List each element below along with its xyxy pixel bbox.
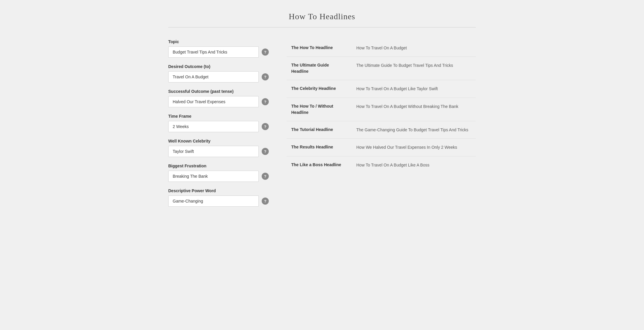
help-icon-celebrity[interactable]: ?: [262, 148, 269, 155]
right-panel: The How To HeadlineHow To Travel On A Bu…: [287, 39, 476, 174]
input-successful-outcome[interactable]: [168, 96, 259, 107]
field-label-celebrity: Well Known Celebrity: [168, 139, 269, 143]
field-group-topic: Topic?: [168, 39, 269, 58]
headline-value: How To Travel On A Budget: [352, 39, 476, 57]
results-table: The How To HeadlineHow To Travel On A Bu…: [287, 39, 476, 174]
main-layout: Topic?Desired Outcome (to)?Successful Ou…: [168, 39, 476, 213]
headline-type: The Tutorial Headline: [287, 121, 352, 138]
table-row: The Celebrity HeadlineHow To Travel On A…: [287, 80, 476, 98]
table-row: The How To / Without HeadlineHow To Trav…: [287, 98, 476, 121]
field-row-frustration: ?: [168, 171, 269, 182]
field-label-desired-outcome: Desired Outcome (to): [168, 64, 269, 69]
table-row: The Like a Boss HeadlineHow To Travel On…: [287, 156, 476, 174]
headline-value: The Game-Changing Guide To Budget Travel…: [352, 121, 476, 138]
table-row: The Tutorial HeadlineThe Game-Changing G…: [287, 121, 476, 138]
headline-type: The Celebrity Headline: [287, 80, 352, 98]
headline-type: The Like a Boss Headline: [287, 156, 352, 174]
field-label-frustration: Biggest Frustration: [168, 164, 269, 168]
input-frustration[interactable]: [168, 171, 259, 182]
headline-type: The Results Headline: [287, 139, 352, 156]
field-group-successful-outcome: Successful Outcome (past tense)?: [168, 89, 269, 107]
headline-type: The Ultimate Guide Headline: [287, 57, 352, 80]
left-panel: Topic?Desired Outcome (to)?Successful Ou…: [168, 39, 269, 213]
field-row-time-frame: ?: [168, 121, 269, 132]
field-label-topic: Topic: [168, 39, 269, 44]
field-row-successful-outcome: ?: [168, 96, 269, 107]
field-label-successful-outcome: Successful Outcome (past tense): [168, 89, 269, 94]
input-topic[interactable]: [168, 46, 259, 58]
input-power-word[interactable]: [168, 195, 259, 207]
headline-type: The How To / Without Headline: [287, 98, 352, 121]
headline-value: How To Travel On A Budget Without Breaki…: [352, 98, 476, 121]
table-row: The Ultimate Guide HeadlineThe Ultimate …: [287, 57, 476, 80]
divider: [168, 27, 476, 28]
help-icon-desired-outcome[interactable]: ?: [262, 73, 269, 80]
headline-value: How To Travel On A Budget Like Taylor Sw…: [352, 80, 476, 98]
field-row-celebrity: ?: [168, 146, 269, 157]
field-label-time-frame: Time Frame: [168, 114, 269, 119]
input-time-frame[interactable]: [168, 121, 259, 132]
field-group-desired-outcome: Desired Outcome (to)?: [168, 64, 269, 82]
headline-value: How We Halved Our Travel Expenses In Onl…: [352, 139, 476, 156]
field-group-power-word: Descriptive Power Word?: [168, 188, 269, 207]
field-row-desired-outcome: ?: [168, 71, 269, 82]
help-icon-successful-outcome[interactable]: ?: [262, 98, 269, 105]
help-icon-frustration[interactable]: ?: [262, 173, 269, 180]
field-label-power-word: Descriptive Power Word: [168, 188, 269, 193]
help-icon-topic[interactable]: ?: [262, 48, 269, 56]
headline-type: The How To Headline: [287, 39, 352, 57]
input-desired-outcome[interactable]: [168, 71, 259, 82]
input-celebrity[interactable]: [168, 146, 259, 157]
table-row: The How To HeadlineHow To Travel On A Bu…: [287, 39, 476, 57]
headline-value: The Ultimate Guide To Budget Travel Tips…: [352, 57, 476, 80]
field-row-power-word: ?: [168, 195, 269, 207]
help-icon-power-word[interactable]: ?: [262, 198, 269, 205]
headline-value: How To Travel On A Budget Like A Boss: [352, 156, 476, 174]
page-title: How To Headlines: [168, 12, 476, 21]
table-row: The Results HeadlineHow We Halved Our Tr…: [287, 139, 476, 156]
field-group-frustration: Biggest Frustration?: [168, 164, 269, 182]
page-container: How To Headlines Topic?Desired Outcome (…: [159, 0, 485, 225]
help-icon-time-frame[interactable]: ?: [262, 123, 269, 130]
field-group-celebrity: Well Known Celebrity?: [168, 139, 269, 157]
field-row-topic: ?: [168, 46, 269, 58]
field-group-time-frame: Time Frame?: [168, 114, 269, 132]
